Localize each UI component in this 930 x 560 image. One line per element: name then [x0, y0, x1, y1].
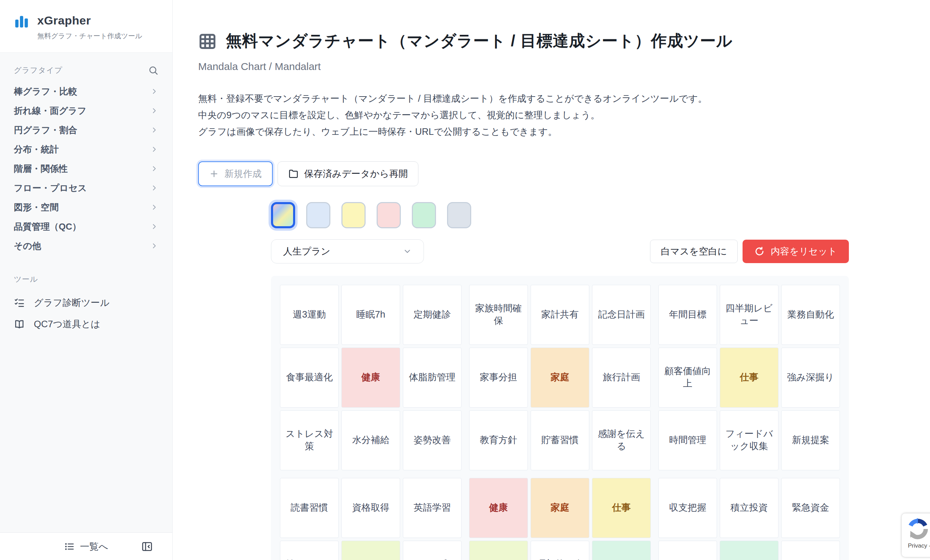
template-select[interactable]: 人生プラン — [271, 239, 424, 264]
mandala-cell[interactable]: フィードバック収集 — [720, 410, 778, 470]
back-to-list-button[interactable]: 一覧へ — [64, 540, 108, 553]
mandala-cell[interactable] — [658, 541, 717, 560]
sidebar-menu-item[interactable]: 品質管理（QC） — [14, 217, 159, 236]
bar-chart-logo-icon — [14, 14, 30, 30]
mandala-cell[interactable]: 仕事 — [720, 348, 778, 408]
theme-swatch[interactable] — [377, 202, 401, 228]
main-content: 無料マンダラチャート（マンダラート / 目標達成シート）作成ツール Mandal… — [172, 0, 930, 560]
mandala-cell[interactable] — [342, 541, 400, 560]
mandala-cell[interactable]: 旅行計画 — [592, 348, 651, 408]
brand-header: xGrapher 無料グラフ・チャート作成ツール — [0, 0, 172, 53]
chevron-right-icon — [150, 145, 159, 153]
mandala-cell[interactable]: 技術ロードマップ — [280, 541, 339, 560]
mandala-cell[interactable]: 家庭 — [531, 478, 589, 538]
mandala-cell[interactable]: 強み深掘り — [781, 348, 840, 408]
mandala-cell[interactable]: 読書習慣 — [280, 478, 339, 538]
mandala-cell[interactable]: 家族時間確保 — [469, 285, 528, 345]
sidebar-menu-item[interactable]: 階層・関係性 — [14, 159, 159, 178]
mandala-cell[interactable] — [469, 541, 528, 560]
theme-swatch[interactable] — [306, 202, 330, 228]
mandala-cell[interactable] — [781, 541, 840, 560]
mandala-cell[interactable]: 仕事 — [592, 478, 651, 538]
chevron-right-icon — [150, 126, 159, 134]
mandala-cell[interactable]: 積立投資 — [720, 478, 778, 538]
mandala-cell[interactable]: 貯蓄習慣 — [531, 410, 589, 470]
mandala-cell[interactable]: 時間管理 — [658, 410, 717, 470]
mandala-cell[interactable]: 四半期レビュー — [720, 285, 778, 345]
sidebar-collapse-icon[interactable] — [141, 541, 153, 552]
mandala-cell[interactable]: 週3運動 — [280, 285, 339, 345]
theme-swatch[interactable] — [412, 202, 436, 228]
mandala-cell[interactable]: 睡眠7h — [342, 285, 400, 345]
mandala-cell[interactable]: 健康 — [469, 478, 528, 538]
sidebar-item-qc7-guide[interactable]: QC7つ道具とは — [14, 313, 159, 335]
clear-white-cells-button[interactable]: 白マスを空白に — [650, 240, 738, 263]
sidebar-menu-item[interactable]: フロー・プロセス — [14, 178, 159, 198]
resume-saved-data-button[interactable]: 保存済みデータから再開 — [277, 161, 419, 186]
reset-content-button[interactable]: 内容をリセット — [742, 240, 849, 263]
mandala-cell[interactable]: 食事最適化 — [280, 348, 339, 408]
menu-item-label: 階層・関係性 — [14, 163, 68, 175]
mandala-cell[interactable]: 理想的な自分 — [531, 541, 589, 560]
mandala-cell[interactable]: 家計共有 — [531, 285, 589, 345]
menu-item-label: 図形・空間 — [14, 201, 59, 213]
mandala-cell[interactable]: 資格取得 — [342, 478, 400, 538]
sidebar-menu-item[interactable]: その他 — [14, 236, 159, 256]
mandala-cell[interactable]: 顧客価値向上 — [658, 348, 717, 408]
mandala-cell[interactable]: 記念日計画 — [592, 285, 651, 345]
tool-item-label: グラフ診断ツール — [34, 296, 109, 309]
mandala-cell[interactable]: 業務自動化 — [781, 285, 840, 345]
mandala-cell[interactable]: 新規提案 — [781, 410, 840, 470]
theme-swatch[interactable] — [447, 202, 471, 228]
sidebar-menu-item[interactable]: 折れ線・面グラフ — [14, 101, 159, 120]
mandala-cell[interactable]: 健康 — [342, 348, 400, 408]
menu-item-label: 棒グラフ・比較 — [14, 86, 77, 98]
sidebar-menu-item[interactable]: 棒グラフ・比較 — [14, 82, 159, 101]
mandala-cell[interactable]: ストレス対策 — [280, 410, 339, 470]
recaptcha-logo-icon — [907, 518, 929, 540]
mandala-cell[interactable]: 水分補給 — [342, 410, 400, 470]
mandala-cell[interactable]: 緊急資金 — [781, 478, 840, 538]
sidebar-menu-item[interactable]: 円グラフ・割合 — [14, 120, 159, 140]
theme-swatch-row — [271, 202, 930, 228]
mandala-cell[interactable]: 感謝を伝える — [592, 410, 651, 470]
sidebar-menu-item[interactable]: 図形・空間 — [14, 198, 159, 217]
mandala-cell[interactable]: 家庭 — [531, 348, 589, 408]
recaptcha-privacy-label: Privacy - Te — [908, 542, 930, 549]
menu-item-label: 折れ線・面グラフ — [14, 105, 86, 117]
mandala-cell[interactable]: 英語学習 — [403, 478, 462, 538]
folder-icon — [288, 169, 299, 179]
chevron-right-icon — [150, 242, 159, 250]
mandala-cell[interactable]: 教育方針 — [469, 410, 528, 470]
mandala-cell[interactable]: 体脂肪管理 — [403, 348, 462, 408]
mandala-cell[interactable]: 年間目標 — [658, 285, 717, 345]
mandala-cell[interactable]: アウトプット — [403, 541, 462, 560]
sidebar-footer: 一覧へ — [0, 532, 172, 560]
search-icon[interactable] — [148, 65, 159, 75]
sidebar-menu-item[interactable]: 分布・統計 — [14, 140, 159, 159]
sidebar-item-diagnosis-tool[interactable]: グラフ診断ツール — [14, 292, 159, 313]
mandala-grid: 週3運動睡眠7h定期健診家族時間確保家計共有記念日計画年間目標四半期レビュー業務… — [280, 285, 840, 560]
checklist-icon — [14, 297, 25, 308]
mandala-cell[interactable] — [720, 541, 778, 560]
mandala-cell[interactable]: 定期健診 — [403, 285, 462, 345]
graph-types-section-label: グラフタイプ — [14, 65, 63, 75]
mandala-cell[interactable]: 家事分担 — [469, 348, 528, 408]
page-description: 無料・登録不要でマンダラチャート（マンダラート / 目標達成シート）を作成するこ… — [198, 91, 930, 140]
chevron-right-icon — [150, 222, 159, 231]
recaptcha-badge[interactable]: Privacy - Te — [902, 514, 930, 557]
plus-icon — [209, 169, 219, 179]
chevron-right-icon — [150, 164, 159, 173]
template-select-value: 人生プラン — [283, 245, 330, 258]
menu-item-label: その他 — [14, 240, 41, 252]
mandala-cell[interactable] — [592, 541, 651, 560]
theme-swatch[interactable] — [271, 202, 295, 228]
theme-swatch[interactable] — [342, 202, 366, 228]
page-title: 無料マンダラチャート（マンダラート / 目標達成シート）作成ツール — [226, 30, 733, 52]
menu-item-label: 円グラフ・割合 — [14, 124, 77, 136]
mandala-cell[interactable]: 姿勢改善 — [403, 410, 462, 470]
mandala-cell[interactable]: 収支把握 — [658, 478, 717, 538]
page-subtitle: Mandala Chart / Mandalart — [198, 61, 930, 72]
chevron-right-icon — [150, 203, 159, 212]
new-create-button[interactable]: 新規作成 — [198, 161, 273, 186]
